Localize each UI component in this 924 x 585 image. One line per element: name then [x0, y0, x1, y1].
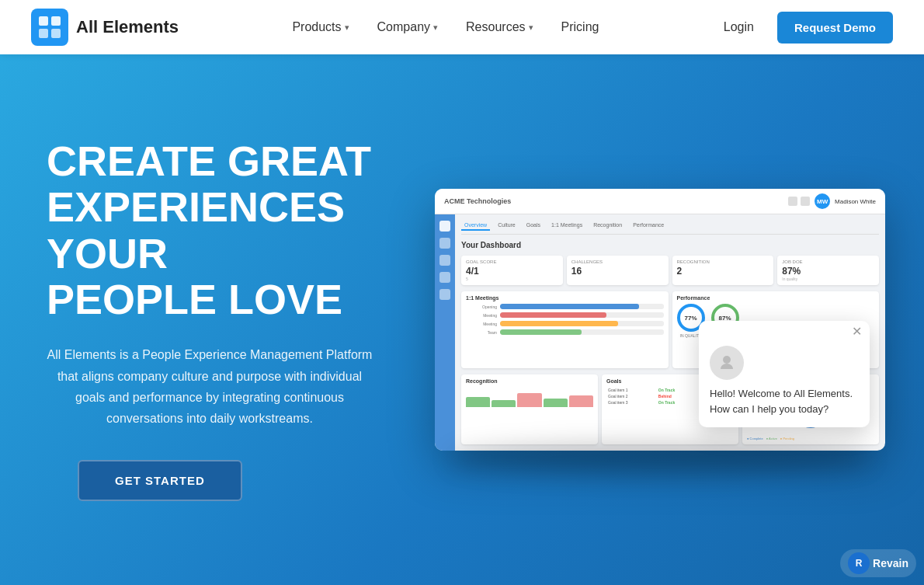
bar-fill-2 [500, 312, 606, 318]
hero-title-line3: PEOPLE LOVE [47, 276, 342, 322]
tab-culture: Culture [495, 221, 519, 231]
stat-goal-value: 4/1 [466, 266, 558, 277]
goal-name: Goal item 3 [606, 399, 657, 406]
tab-recognition: Recognition [590, 221, 625, 231]
login-button[interactable]: Login [713, 14, 765, 40]
stat-quality-value: 87% [782, 266, 874, 277]
dashboard-sidebar [435, 214, 455, 451]
tab-performance: Performance [630, 221, 667, 231]
hero-title-line2: EXPERIENCES YOUR [47, 183, 345, 276]
mini-bar-5 [569, 395, 593, 407]
dashboard-avatar: MW [815, 193, 830, 209]
chat-header: ✕ [699, 321, 870, 343]
nav-company[interactable]: Company ▾ [366, 14, 449, 40]
dashboard-mockup: ACME Technologies MW Madison White [435, 189, 885, 451]
stat-recognition: RECOGNITION 2 [672, 256, 774, 285]
svg-rect-0 [31, 9, 68, 46]
get-started-button[interactable]: GET STARTED [78, 460, 242, 501]
chat-body: Hello! Welcome to All Elements. How can … [699, 343, 870, 427]
tab-goals: Goals [523, 221, 544, 231]
revain-badge: R Revain [840, 549, 916, 577]
sidebar-home-icon [439, 221, 450, 232]
meetings-title: 1:1 Meetings [466, 295, 664, 301]
bar-label-3: Meeting [466, 322, 497, 326]
svg-rect-4 [51, 29, 61, 38]
goal-status: On Track [657, 387, 700, 393]
bar-track-2 [500, 312, 664, 318]
recognition-bars [466, 387, 593, 410]
stat-challenges: CHALLENGES 16 [567, 256, 669, 285]
goal-name: Goal item 2 [606, 393, 657, 399]
stat-challenges-value: 16 [571, 266, 664, 277]
revain-label: Revain [873, 557, 908, 569]
circle-quality-value: 77% [684, 315, 696, 322]
navbar: All Elements Products ▾ Company ▾ Resour… [0, 0, 924, 54]
bar-label-2: Meeting [466, 313, 497, 318]
nav-pricing[interactable]: Pricing [551, 14, 610, 40]
chat-close-button[interactable]: ✕ [852, 326, 862, 338]
recognition-panel-title: Recognition [466, 378, 593, 384]
donut-legend: ● Complete ● Active ● Pending [747, 437, 874, 440]
navbar-nav: Products ▾ Company ▾ Resources ▾ Pricing [281, 14, 610, 40]
bar-fill-1 [500, 304, 639, 309]
stat-recognition-label: RECOGNITION [677, 259, 769, 264]
sidebar-icon-2 [439, 255, 450, 266]
dashboard-tabs: Overview Culture Goals 1:1 Meetings Reco… [461, 221, 879, 235]
sidebar-icon-1 [439, 238, 450, 249]
dashboard-title: Your Dashboard [461, 241, 879, 249]
chevron-down-icon: ▾ [529, 23, 533, 33]
nav-pricing-label: Pricing [561, 20, 599, 34]
sidebar-icon-3 [439, 272, 450, 283]
stat-recognition-value: 2 [677, 266, 769, 277]
bar-fill-4 [500, 329, 582, 335]
chevron-down-icon: ▾ [345, 23, 349, 33]
bar-track-4 [500, 329, 664, 335]
stat-goal-label: GOAL SCORE [466, 259, 558, 264]
hero-title: CREATE GREAT EXPERIENCES YOUR PEOPLE LOV… [47, 138, 404, 323]
stat-quality-label: JOB DOE [782, 259, 874, 264]
nav-products[interactable]: Products ▾ [281, 14, 360, 40]
nav-resources[interactable]: Resources ▾ [455, 14, 544, 40]
bar-fill-3 [500, 321, 618, 326]
bar-row-4: Team [466, 329, 664, 335]
nav-resources-label: Resources [466, 20, 525, 34]
logo-text: All Elements [76, 17, 179, 37]
dashboard-company: ACME Technologies [444, 197, 511, 205]
tab-overview: Overview [461, 221, 490, 231]
chat-widget: ✕ Hello! Welcome to All Elements. How ca… [699, 321, 870, 427]
stat-goal-sub: 5 [466, 277, 558, 281]
tab-meetings: 1:1 Meetings [548, 221, 585, 231]
performance-title: Performance [677, 295, 875, 301]
chat-avatar-row [710, 346, 859, 380]
navbar-actions: Login Request Demo [713, 12, 893, 44]
logo-link[interactable]: All Elements [31, 9, 179, 46]
svg-point-9 [723, 356, 731, 364]
bell-icon [801, 197, 810, 206]
legend-blue: ● Complete [747, 437, 763, 440]
meetings-bars: Opening Meeting [466, 304, 664, 335]
chat-avatar [710, 346, 744, 380]
nav-company-label: Company [377, 20, 430, 34]
dashboard-shadow [450, 443, 870, 474]
hero-subtitle: All Elements is a People Experience Mana… [47, 344, 373, 429]
mini-bar-1 [466, 397, 490, 407]
dashboard-user-area: MW Madison White [788, 193, 876, 209]
stat-challenges-label: CHALLENGES [571, 259, 664, 264]
legend-orange: ● Pending [780, 437, 794, 440]
stat-quality-sub: In quality [782, 277, 874, 281]
dashboard-header: ACME Technologies MW Madison White [435, 189, 885, 214]
bar-track-3 [500, 321, 664, 326]
sidebar-icon-4 [439, 289, 450, 300]
mini-bar-2 [492, 400, 516, 407]
hero-title-line1: CREATE GREAT [47, 138, 371, 184]
legend-green: ● Active [766, 437, 777, 440]
logo-icon [31, 9, 68, 46]
bar-row-3: Meeting [466, 321, 664, 326]
hero-left: CREATE GREAT EXPERIENCES YOUR PEOPLE LOV… [47, 138, 404, 501]
nav-products-label: Products [292, 20, 341, 34]
bar-label-1: Opening [466, 305, 497, 309]
mini-bar-3 [517, 393, 541, 407]
request-demo-button[interactable]: Request Demo [777, 12, 893, 44]
bar-row-2: Meeting [466, 312, 664, 318]
grid-icon [788, 197, 797, 206]
